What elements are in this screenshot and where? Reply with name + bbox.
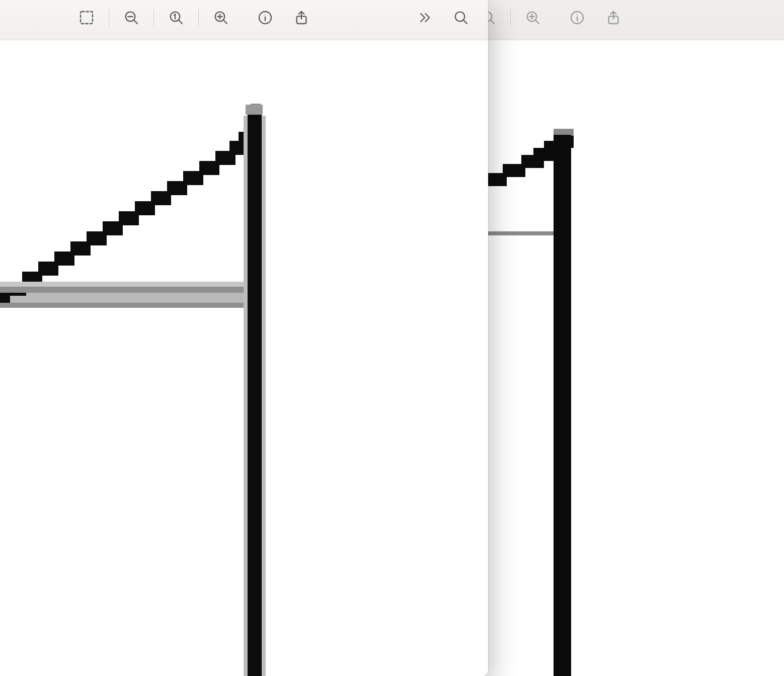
- toolbar-divider: [198, 9, 199, 27]
- share-icon[interactable]: [285, 3, 318, 33]
- zoom-in-icon[interactable]: [205, 3, 237, 33]
- preview-window-front[interactable]: [0, 0, 488, 676]
- zoom-out-icon[interactable]: [115, 3, 147, 33]
- info-icon[interactable]: [561, 3, 593, 33]
- selection-rectangle-icon[interactable]: [70, 3, 103, 33]
- svg-rect-70: [0, 303, 262, 308]
- svg-line-39: [223, 20, 227, 23]
- svg-rect-76: [246, 105, 263, 115]
- svg-rect-32: [81, 12, 93, 24]
- zoomed-image-content: [0, 40, 488, 676]
- toolbar: [0, 0, 488, 40]
- svg-point-12: [577, 14, 578, 15]
- zoom-in-icon[interactable]: [517, 3, 549, 33]
- svg-line-7: [535, 20, 539, 23]
- svg-rect-29: [554, 129, 574, 136]
- toolbar-divider: [109, 9, 109, 27]
- svg-point-44: [265, 14, 266, 15]
- svg-line-47: [463, 20, 467, 23]
- toolbar-divider: [510, 9, 511, 27]
- toolbar-divider: [153, 9, 154, 27]
- share-icon[interactable]: [597, 3, 630, 33]
- svg-line-37: [179, 20, 182, 23]
- svg-rect-69: [0, 287, 262, 293]
- desktop: [0, 0, 784, 676]
- image-canvas[interactable]: [0, 40, 488, 676]
- info-icon[interactable]: [249, 3, 281, 33]
- svg-line-5: [491, 20, 494, 23]
- svg-line-34: [134, 20, 137, 23]
- svg-rect-31: [554, 135, 571, 676]
- svg-rect-72: [0, 282, 262, 287]
- chevron-double-right-icon[interactable]: [409, 3, 441, 33]
- svg-rect-75: [248, 114, 262, 676]
- zoom-actual-icon[interactable]: [160, 3, 192, 33]
- search-icon[interactable]: [445, 3, 477, 33]
